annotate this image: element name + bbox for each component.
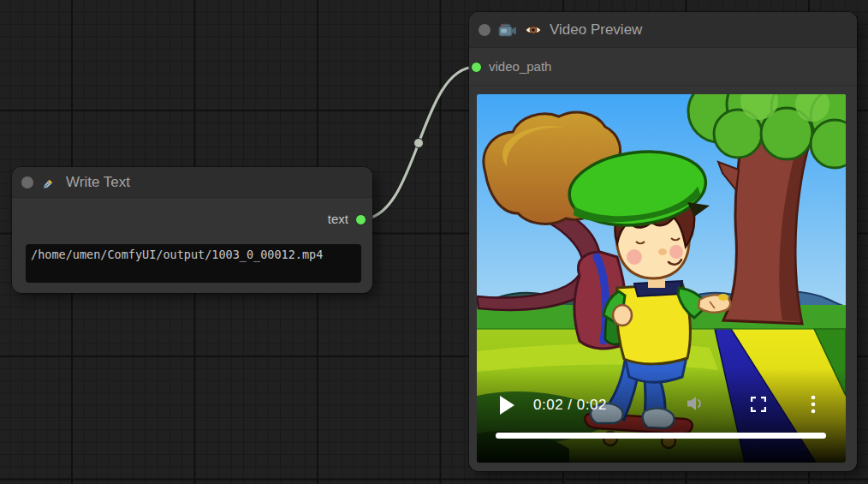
output-port-text[interactable] — [355, 214, 366, 225]
node-video-preview-header[interactable]: Video Preview — [469, 12, 857, 48]
link-wire[interactable] — [361, 67, 476, 219]
output-port-label: text — [328, 210, 348, 229]
node-write-text-header[interactable]: Write Text — [12, 167, 372, 198]
node-video-preview[interactable]: Video Preview video_path — [469, 12, 857, 471]
input-port-label: video_path — [489, 57, 551, 76]
eye-icon — [525, 24, 542, 36]
video-player[interactable]: 0:02 / 0:02 — [477, 94, 846, 463]
input-port-video-path[interactable] — [471, 62, 482, 73]
pen-icon — [41, 174, 58, 191]
collapse-toggle[interactable] — [479, 24, 490, 36]
kebab-menu-icon[interactable] — [811, 395, 816, 414]
node-title: Write Text — [66, 174, 130, 191]
fullscreen-icon[interactable] — [751, 397, 766, 412]
time-display: 0:02 / 0:02 — [533, 396, 607, 415]
node-write-text[interactable]: Write Text text /home/umen/ComfyUI/outpu… — [12, 167, 372, 293]
widget-separator — [469, 85, 857, 86]
movie-camera-icon — [498, 22, 517, 38]
link-midpoint-dot[interactable] — [414, 139, 424, 148]
video-controls: 0:02 / 0:02 — [477, 94, 846, 463]
play-button[interactable] — [500, 396, 514, 415]
node-title: Video Preview — [550, 21, 642, 39]
node-graph-canvas[interactable]: Write Text text /home/umen/ComfyUI/outpu… — [0, 0, 868, 484]
collapse-toggle[interactable] — [21, 176, 33, 188]
progress-bar[interactable] — [496, 433, 826, 439]
volume-icon[interactable] — [687, 396, 705, 411]
progress-fill — [496, 433, 826, 439]
text-widget[interactable]: /home/umen/ComfyUI/output/1003_0_00012.m… — [26, 244, 361, 283]
